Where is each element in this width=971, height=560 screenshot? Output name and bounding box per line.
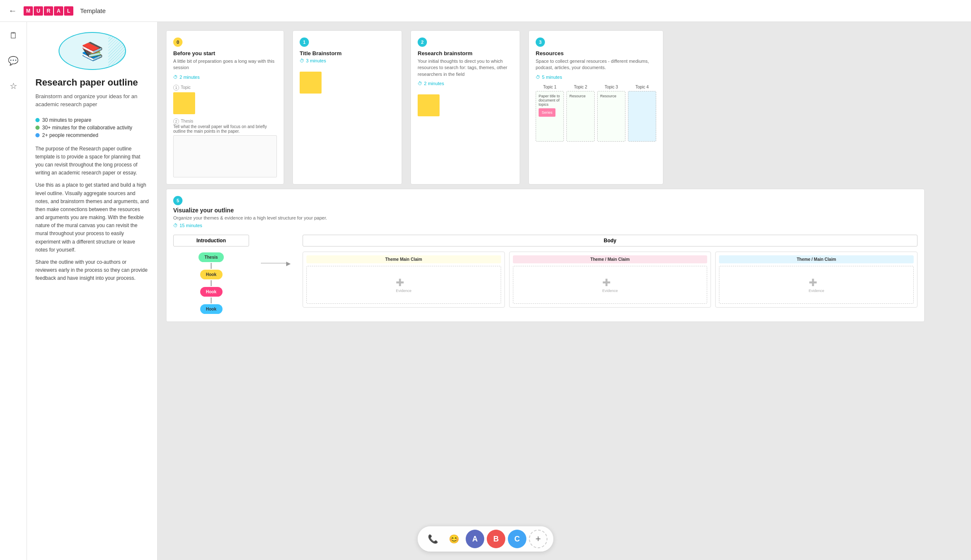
- vis-number: 5: [173, 196, 182, 205]
- evidence-box-2: ✚ Evidence: [513, 266, 708, 304]
- flow-node-hook3: Hook: [200, 304, 223, 314]
- nav-star[interactable]: ☆: [5, 78, 22, 94]
- back-button[interactable]: ←: [8, 6, 17, 16]
- sticky-note-topic: [173, 92, 195, 114]
- plus-icon-3: ✚: [809, 277, 824, 289]
- sidebar-description1: The purpose of the Research paper outlin…: [35, 145, 149, 177]
- canvas-inner: 0 Before you start A little bit of prepa…: [166, 30, 925, 393]
- card-0-title: Before you start: [173, 50, 277, 56]
- topic-col-4: Topic 4: [628, 85, 656, 142]
- thesis-area: [173, 135, 277, 177]
- vis-diagram: Introduction Thesis Hook Hook Hook: [173, 235, 917, 315]
- connector-1: [211, 263, 212, 269]
- sticky-note-research: [418, 94, 440, 116]
- arrow-head: ▶: [286, 260, 291, 267]
- vis-time: ⏱ 15 minutes: [173, 223, 917, 228]
- flow-column: Thesis Hook Hook Hook: [198, 252, 224, 315]
- thesis-desc: Tell what the overall paper will focus o…: [173, 124, 277, 134]
- intro-label-box: Introduction: [173, 235, 249, 247]
- theme-tag-3: Theme / Main Claim: [719, 255, 914, 263]
- card-1-time: ⏱ 3 minutes: [300, 58, 395, 63]
- connector-2: [211, 280, 212, 286]
- flow-node-thesis: Thesis: [198, 252, 224, 262]
- clock-icon-vis: ⏱: [173, 223, 178, 228]
- page-title: Template: [80, 7, 106, 14]
- nav-comment[interactable]: 💬: [5, 52, 22, 69]
- clock-icon-0: ⏱: [173, 75, 178, 80]
- topic-card-4: [628, 91, 656, 142]
- add-avatar-button[interactable]: +: [529, 530, 547, 548]
- cards-row: 0 Before you start A little bit of prepa…: [166, 30, 925, 185]
- meta-prepare: 30 minutes to prepare: [35, 117, 149, 123]
- plus-icon-2: ✚: [602, 277, 618, 289]
- avatar-phone[interactable]: 📞: [424, 530, 442, 548]
- nav-sticky-note[interactable]: 🗒: [5, 27, 22, 44]
- card-0-time: ⏱ 2 minutes: [173, 75, 277, 80]
- body-label-box: Body: [303, 235, 917, 247]
- sidebar-description2: Use this as a place to get started and b…: [35, 181, 149, 254]
- vis-desc: Organize your themes & evidence into a h…: [173, 215, 917, 220]
- vis-title: Visualize your outline: [173, 207, 917, 214]
- avatars-bar: 📞 😊 A B C +: [418, 526, 553, 552]
- theme-block-1: Theme Main Claim ✚ Evidence: [303, 252, 505, 308]
- card-2-title: Research brainstorm: [418, 50, 513, 56]
- left-nav: 🗒 💬 ☆: [0, 22, 27, 560]
- meta-people: 2+ people recommended: [35, 132, 149, 138]
- card-research-brainstorm[interactable]: 2 Research brainstorm Your initial thoug…: [410, 30, 520, 185]
- topic-col-2: Topic 2 Resource: [566, 85, 595, 142]
- card-3-title: Resources: [536, 50, 656, 56]
- template-sidebar: Template 📚 Research paper outline Brains…: [27, 22, 158, 560]
- logo-r: R: [44, 6, 53, 16]
- thesis-label: 2 Thesis: [173, 118, 277, 124]
- vis-header: 5: [173, 196, 917, 205]
- avatar-user-2[interactable]: B: [487, 530, 505, 548]
- card-0-desc: A little bit of preparation goes a long …: [173, 58, 277, 71]
- card-2-desc: Your initial thoughts to direct you to w…: [418, 58, 513, 78]
- topic-columns: Topic 1 Paper title to document of topic…: [536, 85, 656, 142]
- card-title-brainstorm[interactable]: 1 Title Brainstorm ⏱ 3 minutes: [292, 30, 402, 185]
- theme-tag-1: Theme Main Claim: [306, 255, 501, 263]
- sidebar-description3: Share the outline with your co-authors o…: [35, 258, 149, 283]
- card-2-time: ⏱ 2 minutes: [418, 81, 513, 86]
- arrow-connector: ▶: [261, 235, 291, 267]
- sticky-note-brainstorm: [300, 72, 322, 94]
- mural-logo: M U R A L: [24, 6, 73, 16]
- top-bar: ← M U R A L Template: [0, 0, 971, 22]
- theme-block-3: Theme / Main Claim ✚ Evidence: [715, 252, 917, 308]
- card-before-start[interactable]: 0 Before you start A little bit of prepa…: [166, 30, 284, 185]
- topic-card-2: Resource: [566, 91, 595, 142]
- card-3-number: 3: [536, 38, 545, 47]
- body-column: Body Theme Main Claim ✚ Evidence: [303, 235, 917, 308]
- card-1-number: 1: [300, 38, 309, 47]
- card-2-number: 2: [418, 38, 427, 47]
- evidence-box-3: ✚ Evidence: [719, 266, 914, 304]
- intro-column: Introduction Thesis Hook Hook Hook: [173, 235, 249, 315]
- topic-card-3: Resource: [597, 91, 625, 142]
- logo-l: L: [64, 6, 73, 16]
- clock-icon-3: ⏱: [536, 75, 540, 80]
- card-0-number: 0: [173, 38, 182, 47]
- sidebar-icon: 📚: [81, 41, 103, 62]
- avatar-emoji[interactable]: 😊: [445, 530, 463, 548]
- card-resources[interactable]: 3 Resources Space to collect general res…: [528, 30, 663, 185]
- meta-dot-activity: [35, 126, 40, 130]
- series-badge: Series: [539, 108, 555, 117]
- canvas-area: 0 Before you start A little bit of prepa…: [158, 22, 971, 560]
- connector-3: [211, 297, 212, 303]
- logo-u: U: [34, 6, 43, 16]
- arrow-line: [261, 263, 286, 263]
- sidebar-title: Research paper outline: [35, 77, 149, 89]
- clock-icon-2: ⏱: [418, 81, 422, 86]
- evidence-box-1: ✚ Evidence: [306, 266, 501, 304]
- topic-col-1: Topic 1 Paper title to document of topic…: [536, 85, 564, 142]
- avatar-user-1[interactable]: A: [466, 530, 484, 548]
- card-1-title: Title Brainstorm: [300, 50, 395, 56]
- sidebar-subtitle: Brainstorm and organize your ideas for a…: [35, 92, 149, 109]
- avatar-user-3[interactable]: C: [508, 530, 526, 548]
- meta-dot-prepare: [35, 118, 40, 122]
- clock-icon-1: ⏱: [300, 58, 304, 63]
- topic-card-1: Paper title to document of topics Series: [536, 91, 564, 142]
- themes-row: Theme Main Claim ✚ Evidence: [303, 252, 917, 308]
- plus-icon-1: ✚: [396, 277, 411, 289]
- flow-node-hook1: Hook: [200, 270, 223, 279]
